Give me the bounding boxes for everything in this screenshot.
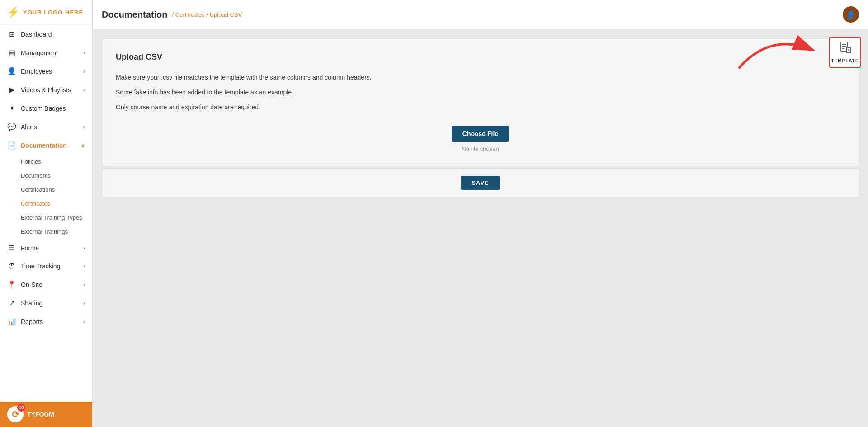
tyfoom-label: TYFOOM	[27, 411, 54, 418]
logo-area: ⚡ YOUR LOGO HERE	[0, 0, 92, 25]
tyfoom-bar[interactable]: ⟳ 10 TYFOOM	[0, 402, 92, 427]
page-title: Documentation	[102, 9, 168, 20]
chevron-right-icon: ›	[83, 124, 85, 130]
sidebar-subitem-external-training-types[interactable]: External Training Types	[0, 211, 92, 225]
content-area: TEMPLATE Upload CSV Make sure your .csv …	[93, 29, 868, 427]
sidebar-item-label: Custom Badges	[21, 105, 66, 112]
chevron-down-icon: ∨	[81, 142, 85, 149]
no-file-label: No file chosen	[462, 145, 499, 152]
upload-info-line3: Only course name and expiration date are…	[116, 103, 845, 112]
choose-file-button[interactable]: Choose File	[452, 126, 509, 142]
save-section: SAVE	[102, 168, 859, 197]
sidebar-item-label: Forms	[21, 244, 39, 252]
sidebar-item-forms[interactable]: ☰ Forms ›	[0, 239, 92, 257]
reports-icon: 📊	[7, 317, 16, 326]
sidebar-subitem-documents[interactable]: Documents	[0, 169, 92, 183]
dashboard-icon: ⊞	[7, 30, 16, 38]
save-button[interactable]: SAVE	[461, 176, 500, 190]
sharing-icon: ↗	[7, 299, 16, 307]
sidebar-item-label: Videos & Playlists	[21, 86, 71, 94]
sidebar-item-label: Alerts	[21, 123, 37, 131]
breadcrumb: / Certificates / Upload CSV	[172, 11, 242, 18]
certifications-label: Certifications	[21, 186, 55, 193]
template-btn-container: TEMPLATE	[829, 37, 861, 68]
template-icon	[839, 41, 851, 56]
sidebar-item-time-tracking[interactable]: ⏱ Time Tracking ›	[0, 257, 92, 275]
main-content: Documentation / Certificates / Upload CS…	[93, 0, 868, 427]
sidebar-item-label: Documentation	[21, 142, 67, 149]
breadcrumb-part1: Certificates	[175, 11, 205, 18]
template-label: TEMPLATE	[831, 58, 859, 63]
avatar[interactable]: 👤	[843, 6, 859, 23]
videos-icon: ▶	[7, 85, 16, 94]
tyfoom-badge: 10	[17, 404, 25, 412]
sidebar: ⚡ YOUR LOGO HERE ⊞ Dashboard ▤ Managemen…	[0, 0, 93, 427]
sidebar-item-label: Reports	[21, 318, 43, 325]
chevron-right-icon: ›	[83, 87, 85, 93]
card-body: Upload CSV Make sure your .csv file matc…	[102, 39, 859, 166]
template-button[interactable]: TEMPLATE	[829, 37, 861, 68]
external-training-types-label: External Training Types	[21, 214, 82, 221]
sidebar-item-label: Time Tracking	[21, 263, 60, 270]
chevron-right-icon: ›	[83, 263, 85, 269]
sidebar-item-label: Sharing	[21, 300, 42, 307]
badges-icon: ✦	[7, 104, 16, 113]
sidebar-item-alerts[interactable]: 💬 Alerts ›	[0, 117, 92, 136]
upload-info-line2: Some fake info has been added to the tem…	[116, 88, 845, 97]
chevron-right-icon: ›	[83, 319, 85, 325]
upload-info-line1: Make sure your .csv file matches the tem…	[116, 73, 845, 82]
chevron-right-icon: ›	[83, 50, 85, 56]
breadcrumb-sep: /	[172, 11, 174, 18]
sidebar-item-sharing[interactable]: ↗ Sharing ›	[0, 294, 92, 312]
sidebar-subitem-certifications[interactable]: Certifications	[0, 183, 92, 197]
policies-label: Policies	[21, 158, 41, 165]
sidebar-item-reports[interactable]: 📊 Reports ›	[0, 312, 92, 331]
sidebar-item-documentation[interactable]: 📄 Documentation ∨	[0, 136, 92, 155]
sidebar-item-management[interactable]: ▤ Management ›	[0, 43, 92, 62]
sidebar-subitem-certificates[interactable]: Certificates	[0, 197, 92, 211]
sidebar-item-custom-badges[interactable]: ✦ Custom Badges	[0, 99, 92, 117]
sidebar-item-employees[interactable]: 👤 Employees ›	[0, 62, 92, 80]
logo-text: YOUR LOGO HERE	[23, 9, 83, 16]
forms-icon: ☰	[7, 244, 16, 252]
sidebar-item-label: Management	[21, 49, 58, 56]
sidebar-item-label: Employees	[21, 68, 52, 75]
management-icon: ▤	[7, 48, 16, 57]
chevron-right-icon: ›	[83, 245, 85, 251]
file-section: Choose File No file chosen	[116, 126, 845, 152]
header-left: Documentation / Certificates / Upload CS…	[102, 9, 242, 20]
sidebar-nav: ⊞ Dashboard ▤ Management › 👤 Employees ›…	[0, 25, 92, 402]
upload-csv-title: Upload CSV	[116, 52, 845, 62]
logo-bolt-icon: ⚡	[7, 6, 19, 18]
employees-icon: 👤	[7, 67, 16, 75]
sidebar-subitem-external-trainings[interactable]: External Trainings	[0, 225, 92, 239]
breadcrumb-part2: Upload CSV	[210, 11, 242, 18]
documentation-icon: 📄	[7, 141, 16, 150]
sidebar-item-videos[interactable]: ▶ Videos & Playlists ›	[0, 80, 92, 99]
breadcrumb-sep2: /	[206, 11, 208, 18]
sidebar-item-on-site[interactable]: 📍 On-Site ›	[0, 275, 92, 294]
documents-label: Documents	[21, 172, 51, 179]
alerts-icon: 💬	[7, 122, 16, 131]
chevron-right-icon: ›	[83, 68, 85, 75]
chevron-right-icon: ›	[83, 300, 85, 306]
certificates-label: Certificates	[21, 200, 50, 207]
external-trainings-label: External Trainings	[21, 228, 68, 235]
on-site-icon: 📍	[7, 280, 16, 289]
sidebar-item-dashboard[interactable]: ⊞ Dashboard	[0, 25, 92, 43]
upload-csv-card: Upload CSV Make sure your .csv file matc…	[102, 38, 859, 166]
svg-marker-5	[847, 47, 850, 53]
chevron-right-icon: ›	[83, 282, 85, 288]
sidebar-item-label: On-Site	[21, 281, 42, 288]
sidebar-subitem-policies[interactable]: Policies	[0, 155, 92, 169]
sidebar-item-label: Dashboard	[21, 31, 52, 38]
time-tracking-icon: ⏱	[7, 262, 16, 270]
tyfoom-icon: ⟳ 10	[7, 406, 24, 422]
top-header: Documentation / Certificates / Upload CS…	[93, 0, 868, 29]
